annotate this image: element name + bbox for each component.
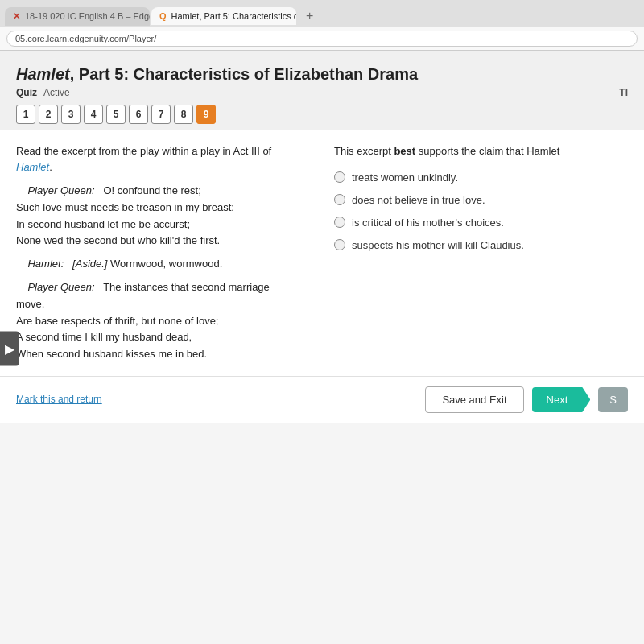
passage-line-3: In second husband let me be accurst; xyxy=(16,217,310,233)
tab-1[interactable]: ✕ 18-19 020 IC English 4 B – Edgen ✕ xyxy=(5,7,150,26)
radio-3[interactable] xyxy=(334,217,345,228)
content-area: Read the excerpt from the play within a … xyxy=(0,130,644,376)
save-exit-button[interactable]: Save and Exit xyxy=(425,386,523,413)
skip-button[interactable]: S xyxy=(598,387,628,412)
passage-hamlet-link[interactable]: Hamlet xyxy=(16,161,49,173)
radio-2[interactable] xyxy=(334,194,345,205)
passage-line-8: Are base respects of thrift, but none of… xyxy=(16,313,310,330)
question-prefix: This excerpt xyxy=(334,145,394,157)
mark-return-link[interactable]: Mark this and return xyxy=(16,394,102,405)
passage-pane: Read the excerpt from the play within a … xyxy=(16,143,310,363)
answer-label-2: does not believe in true love. xyxy=(352,193,485,208)
address-bar[interactable]: 05.core.learn.edgenuity.com/Player/ xyxy=(6,31,638,47)
question-pane: This excerpt best supports the claim tha… xyxy=(334,143,628,363)
answer-label-1: treats women unkindly. xyxy=(352,171,458,185)
q-num-4[interactable]: 4 xyxy=(84,105,103,124)
answer-option-4[interactable]: suspects his mother will kill Claudius. xyxy=(334,238,628,253)
address-bar-row: 05.core.learn.edgenuity.com/Player/ xyxy=(0,27,644,50)
passage-intro: Read the excerpt from the play within a … xyxy=(16,143,310,175)
passage-line-1: Player Queen: O! confound the rest; xyxy=(16,183,310,200)
question-text: This excerpt best supports the claim tha… xyxy=(334,143,628,159)
tab-2[interactable]: Q Hamlet, Part 5: Characteristics of ✕ xyxy=(151,7,296,25)
q-num-9[interactable]: 9 xyxy=(196,105,216,124)
speaker-3: Player Queen: xyxy=(27,281,94,293)
passage-line-9: A second time I kill my husband dead, xyxy=(16,329,310,346)
passage-line-10: When second husband kisses me in bed. xyxy=(16,346,310,363)
aside: [Aside.] xyxy=(72,258,107,270)
answer-option-1[interactable]: treats women unkindly. xyxy=(334,171,628,185)
new-tab-button[interactable]: + xyxy=(298,5,321,27)
passage-intro-text: Read the excerpt from the play within a … xyxy=(16,145,271,157)
q-num-7[interactable]: 7 xyxy=(151,105,171,124)
passage-line-6: Player Queen: The instances that second … xyxy=(16,279,310,296)
q-num-1[interactable]: 1 xyxy=(16,105,35,124)
passage-line-2: Such love must needs be treason in my br… xyxy=(16,200,310,217)
page-title-italic: Hamlet xyxy=(16,65,70,83)
q-num-3[interactable]: 3 xyxy=(61,105,80,124)
timer-label: TI xyxy=(619,87,628,98)
browser-chrome: ✕ 18-19 020 IC English 4 B – Edgen ✕ Q H… xyxy=(0,0,644,51)
speaker-2: Hamlet: xyxy=(27,258,64,270)
q-num-2[interactable]: 2 xyxy=(39,105,58,124)
answer-option-3[interactable]: is critical of his mother's choices. xyxy=(334,216,628,230)
passage-text: Player Queen: O! confound the rest; Such… xyxy=(16,183,310,363)
page-title-suffix: , Part 5: Characteristics of Elizabethan… xyxy=(70,65,418,83)
answer-label-3: is critical of his mother's choices. xyxy=(352,216,504,230)
quiz-label: Quiz xyxy=(16,87,37,98)
passage-line-5: Hamlet: [Aside.] Wormwood, wormwood. xyxy=(16,256,310,273)
next-button[interactable]: Next xyxy=(532,387,591,412)
q-num-8[interactable]: 8 xyxy=(174,105,193,124)
tab-bar: ✕ 18-19 020 IC English 4 B – Edgen ✕ Q H… xyxy=(0,0,644,27)
bottom-bar: Mark this and return Save and Exit Next … xyxy=(0,376,644,423)
answer-option-2[interactable]: does not believe in true love. xyxy=(334,193,628,208)
status-active: Active xyxy=(43,87,70,98)
question-suffix: supports the claim that Hamlet xyxy=(415,145,559,157)
speaker-1: Player Queen: xyxy=(27,184,94,196)
passage-line-7: move, xyxy=(16,296,310,313)
quiz-status-row: Quiz Active TI xyxy=(16,87,628,98)
tab-1-label: 18-19 020 IC English 4 B – Edgen xyxy=(25,11,150,21)
radio-1[interactable] xyxy=(334,171,345,183)
tab-2-label: Hamlet, Part 5: Characteristics of xyxy=(171,11,296,21)
tab-1-icon: ✕ xyxy=(13,11,20,22)
question-bold: best xyxy=(394,145,415,157)
answer-label-4: suspects his mother will kill Claudius. xyxy=(352,238,524,253)
page-header: Hamlet, Part 5: Characteristics of Eliza… xyxy=(0,51,644,130)
question-numbers: 1 2 3 4 5 6 7 8 9 xyxy=(16,105,628,124)
q-num-6[interactable]: 6 xyxy=(129,105,148,124)
side-nav-arrow[interactable]: ▶ xyxy=(0,332,19,366)
radio-4[interactable] xyxy=(334,239,345,250)
q-num-5[interactable]: 5 xyxy=(106,105,126,124)
app-container: ▶ Hamlet, Part 5: Characteristics of Eli… xyxy=(0,51,644,644)
tab-2-icon: Q xyxy=(159,11,167,21)
passage-line-4: None wed the second but who kill'd the f… xyxy=(16,233,310,250)
page-title: Hamlet, Part 5: Characteristics of Eliza… xyxy=(16,65,628,84)
